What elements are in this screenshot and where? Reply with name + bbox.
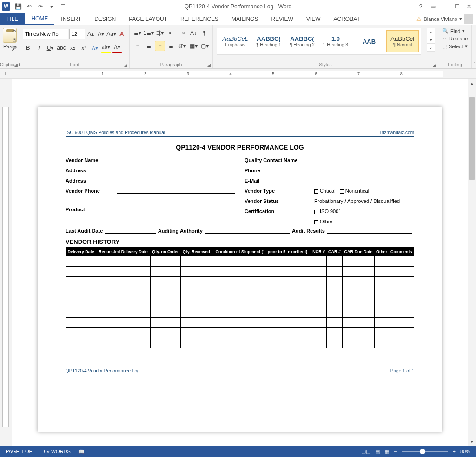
- cut-icon[interactable]: ✂: [10, 27, 18, 34]
- change-case-icon[interactable]: Aa▾: [106, 29, 116, 39]
- show-marks-icon[interactable]: ¶: [199, 28, 210, 38]
- font-color-icon[interactable]: A▾: [112, 43, 122, 53]
- copy-icon[interactable]: ⎘: [10, 36, 18, 43]
- vertical-scrollbar[interactable]: ▴ ▾: [468, 79, 476, 446]
- style-heading1[interactable]: AABBC(¶ Heading 1: [252, 30, 285, 52]
- zoom-slider[interactable]: [402, 451, 448, 452]
- touch-mode-icon[interactable]: ☐: [58, 1, 68, 12]
- zoom-level[interactable]: 80%: [460, 449, 470, 454]
- style-heading2[interactable]: AABBC(¶ Heading 2: [286, 30, 318, 52]
- multilevel-list-icon[interactable]: ⇶▾: [155, 28, 165, 38]
- tab-design[interactable]: DESIGN: [88, 13, 122, 25]
- zoom-in-icon[interactable]: +: [453, 449, 456, 454]
- table-row: [66, 318, 414, 328]
- maximize-icon[interactable]: ☐: [452, 2, 462, 11]
- collapse-ribbon-icon[interactable]: ˄: [472, 25, 476, 68]
- zoom-out-icon[interactable]: −: [394, 449, 397, 454]
- save-icon[interactable]: 💾: [13, 1, 23, 12]
- tab-home[interactable]: HOME: [25, 13, 54, 25]
- redo-icon[interactable]: ↷: [35, 1, 46, 12]
- dialog-launcher-icon[interactable]: ◢: [433, 63, 436, 67]
- font-name-selector[interactable]: [23, 29, 68, 39]
- strikethrough-button[interactable]: abc: [56, 43, 66, 53]
- minimize-icon[interactable]: —: [440, 2, 450, 11]
- clear-formatting-icon[interactable]: A̸: [117, 29, 126, 39]
- warning-icon: ⚠: [416, 16, 422, 22]
- ribbon-options-icon[interactable]: ▭: [428, 2, 438, 11]
- quick-access-toolbar: W 💾 ↶ ↷ ▾ ☐: [0, 1, 68, 12]
- doc-footer-left: QP1120-4 Vendor Performance Log: [66, 368, 140, 373]
- style-heading3[interactable]: 1.0¶ Heading 3: [319, 30, 352, 52]
- styles-gallery[interactable]: AaBbCcLEmphasis AABBC(¶ Heading 1 AABBC(…: [217, 28, 421, 55]
- select-button[interactable]: ⬚ Select ▾: [441, 42, 469, 50]
- text-effects-icon[interactable]: A▾: [90, 43, 100, 53]
- styles-more-icon[interactable]: ▴▾⌄: [427, 28, 435, 52]
- bold-button[interactable]: B: [23, 43, 33, 53]
- style-normal[interactable]: AaBbCcI¶ Normal: [386, 30, 419, 52]
- underline-button[interactable]: U▾: [45, 43, 55, 53]
- tab-review[interactable]: REVIEW: [264, 13, 299, 25]
- group-paragraph: ≣▾ 1≣▾ ⇶▾ ⇤ ⇥ A↓ ¶ ≡ ≣ ≡ ≣ ⇵▾ ▦▾ ▢▾ Para…: [130, 25, 213, 68]
- read-mode-icon[interactable]: ▢▢: [361, 449, 370, 455]
- justify-icon[interactable]: ≣: [166, 41, 176, 51]
- page: ISO 9001 QMS Policies and Procedures Man…: [38, 107, 442, 432]
- shading-icon[interactable]: ▦▾: [188, 41, 198, 51]
- find-button[interactable]: 🔍 Find ▾: [441, 27, 469, 35]
- borders-icon[interactable]: ▢▾: [199, 41, 210, 51]
- superscript-button[interactable]: x²: [79, 43, 89, 53]
- status-bar: PAGE 1 OF 1 69 WORDS 📖 ▢▢ ▤ ▦ − + 80%: [0, 446, 476, 457]
- ruler-vertical[interactable]: [0, 79, 12, 446]
- proofing-icon[interactable]: 📖: [78, 449, 85, 455]
- web-layout-icon[interactable]: ▦: [384, 449, 389, 455]
- format-painter-icon[interactable]: 🖌: [10, 45, 18, 52]
- highlight-icon[interactable]: ab▾: [101, 43, 111, 53]
- scroll-down-icon[interactable]: ▾: [468, 437, 476, 446]
- tab-insert[interactable]: INSERT: [54, 13, 88, 25]
- tab-file[interactable]: FILE: [0, 13, 25, 25]
- qat-customize-icon[interactable]: ▾: [46, 1, 57, 12]
- print-layout-icon[interactable]: ▤: [375, 449, 380, 455]
- undo-icon[interactable]: ↶: [24, 1, 34, 12]
- tab-page-layout[interactable]: PAGE LAYOUT: [122, 13, 174, 25]
- replace-button[interactable]: ↔ Replace: [441, 35, 469, 42]
- align-right-icon[interactable]: ≡: [155, 41, 165, 51]
- table-header: NCR #: [311, 248, 327, 256]
- group-label: Paragraph: [130, 62, 212, 67]
- tab-mailings[interactable]: MAILINGS: [225, 13, 264, 25]
- line-spacing-icon[interactable]: ⇵▾: [177, 41, 187, 51]
- table-header: CAR #: [327, 248, 343, 256]
- numbering-icon[interactable]: 1≣▾: [144, 28, 154, 38]
- scroll-up-icon[interactable]: ▴: [468, 79, 476, 87]
- hruler[interactable]: 12345678: [12, 69, 476, 78]
- group-label: Font: [20, 62, 129, 67]
- user-account[interactable]: ⚠ Bianca Viviano ▾: [416, 13, 476, 25]
- document-canvas[interactable]: ISO 9001 QMS Policies and Procedures Man…: [12, 79, 468, 446]
- decrease-indent-icon[interactable]: ⇤: [166, 28, 176, 38]
- tab-view[interactable]: VIEW: [300, 13, 327, 25]
- style-emphasis[interactable]: AaBbCcLEmphasis: [219, 30, 251, 52]
- increase-indent-icon[interactable]: ⇥: [177, 28, 187, 38]
- dialog-launcher-icon[interactable]: ◢: [207, 63, 211, 67]
- close-icon[interactable]: ✕: [464, 2, 474, 11]
- shrink-font-icon[interactable]: A▾: [96, 29, 106, 39]
- help-icon[interactable]: ?: [416, 2, 426, 11]
- font-size-selector[interactable]: [69, 29, 85, 39]
- tab-references[interactable]: REFERENCES: [174, 13, 225, 25]
- align-center-icon[interactable]: ≣: [144, 41, 154, 51]
- table-header: Qty. on Order: [150, 248, 181, 256]
- italic-button[interactable]: I: [34, 43, 44, 53]
- page-status[interactable]: PAGE 1 OF 1: [6, 449, 36, 455]
- scroll-thumb[interactable]: [469, 97, 475, 180]
- window-title: QP1120-4 Vendor Performance Log - Word: [0, 3, 476, 10]
- sort-icon[interactable]: A↓: [188, 28, 198, 38]
- style-heading4[interactable]: AAB: [353, 30, 385, 52]
- bullets-icon[interactable]: ≣▾: [132, 28, 143, 38]
- align-left-icon[interactable]: ≡: [132, 41, 143, 51]
- dialog-launcher-icon[interactable]: ◢: [14, 63, 18, 67]
- subscript-button[interactable]: x₂: [67, 43, 78, 53]
- tab-acrobat[interactable]: ACROBAT: [327, 13, 366, 25]
- grow-font-icon[interactable]: A▴: [86, 29, 95, 39]
- dialog-launcher-icon[interactable]: ◢: [124, 63, 127, 67]
- ruler-corner: L: [0, 69, 12, 78]
- word-count[interactable]: 69 WORDS: [44, 449, 70, 455]
